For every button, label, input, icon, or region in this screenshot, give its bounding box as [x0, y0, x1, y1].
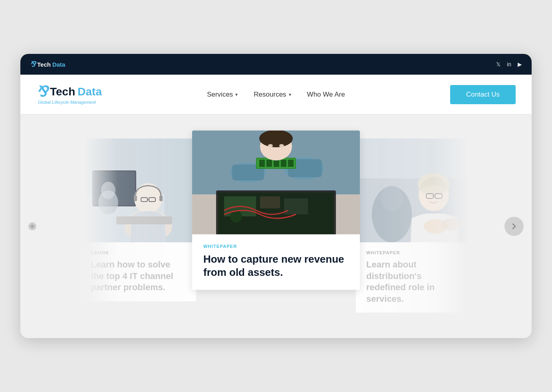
svg-rect-11	[159, 196, 163, 201]
svg-point-37	[279, 144, 284, 147]
repair-tech-svg	[192, 131, 360, 234]
svg-rect-31	[274, 160, 279, 167]
card-left-title: Learn how to solve the top 4 IT channel …	[91, 259, 186, 293]
social-icons: 𝕏 in ▶	[496, 61, 522, 67]
logo-tech-text: Tech	[37, 61, 51, 68]
carousel-arrow-left[interactable]	[28, 222, 36, 230]
logo-subtitle: Global Lifecycle Management	[38, 100, 96, 105]
card-right[interactable]: WHITEPAPER Learn about distribution's re…	[356, 139, 468, 313]
nav-item-who-we-are[interactable]: Who We Are	[307, 91, 345, 99]
support-person-svg	[84, 139, 192, 242]
logo-data-label: Data	[77, 85, 102, 98]
card-left-tag: EBOOK	[91, 250, 186, 255]
main-logo: ⅋ TechData Global Lifecycle Management	[36, 85, 102, 105]
topbar-logo: ⅋ TechData	[30, 60, 65, 69]
services-chevron-icon: ▾	[235, 92, 238, 97]
browser-frame: ⅋ TechData 𝕏 in ▶ ⅋ TechData Global Life…	[20, 54, 532, 338]
card-right-title: Learn about distribution's redefined rol…	[366, 259, 461, 305]
linkedin-icon[interactable]: in	[507, 61, 511, 67]
meeting-svg	[360, 139, 468, 242]
twitter-icon[interactable]: 𝕏	[496, 61, 500, 67]
resources-label: Resources	[254, 91, 286, 99]
card-right-tag: WHITEPAPER	[366, 250, 461, 255]
svg-point-41	[381, 186, 403, 211]
svg-rect-10	[134, 196, 137, 201]
logo-d-mark: ⅋	[30, 60, 36, 69]
main-logo-title: ⅋ TechData	[36, 85, 102, 99]
svg-rect-21	[284, 198, 308, 214]
card-left-body: EBOOK Learn how to solve the top 4 IT ch…	[84, 242, 192, 301]
nav-item-services[interactable]: Services ▾	[207, 91, 238, 99]
svg-point-35	[259, 131, 293, 147]
nav-links: Services ▾ Resources ▾ Who We Are	[207, 91, 345, 99]
services-label: Services	[207, 91, 233, 99]
svg-rect-32	[281, 160, 286, 167]
card-center[interactable]: WHITEPAPER How to capture new revenue fr…	[192, 131, 360, 290]
svg-point-0	[31, 225, 34, 228]
card-center-tag: WHITEPAPER	[203, 244, 349, 249]
svg-rect-29	[259, 160, 265, 167]
svg-point-48	[442, 218, 462, 230]
contact-us-button[interactable]: Contact Us	[450, 85, 516, 104]
svg-point-6	[134, 183, 162, 214]
nav-item-resources[interactable]: Resources ▾	[254, 91, 291, 99]
svg-rect-12	[116, 216, 172, 224]
card-right-body: WHITEPAPER Learn about distribution's re…	[360, 242, 468, 313]
main-content: EBOOK Learn how to solve the top 4 IT ch…	[20, 115, 532, 338]
svg-rect-33	[288, 160, 294, 167]
who-we-are-label: Who We Are	[307, 91, 345, 99]
svg-point-14	[101, 182, 115, 199]
svg-rect-30	[266, 160, 272, 167]
resources-chevron-icon: ▾	[289, 92, 291, 97]
youtube-icon[interactable]: ▶	[518, 61, 522, 67]
carousel-arrow-right[interactable]	[504, 217, 524, 236]
logo-tech-label: Tech	[50, 85, 75, 98]
svg-point-36	[268, 144, 273, 147]
logo-d-icon: ⅋	[36, 85, 48, 99]
carousel-container: EBOOK Learn how to solve the top 4 IT ch…	[20, 139, 532, 313]
chevron-right-icon	[510, 222, 518, 230]
card-right-image	[360, 139, 468, 242]
card-left-image	[84, 139, 192, 242]
nav-area: ⅋ TechData Global Lifecycle Management S…	[20, 75, 532, 115]
card-center-title: How to capture new revenue from old asse…	[203, 253, 349, 279]
topbar-logo-text: ⅋ TechData	[30, 60, 65, 69]
logo-data-text: Data	[52, 61, 66, 68]
card-center-image	[192, 131, 360, 234]
top-bar: ⅋ TechData 𝕏 in ▶	[20, 54, 532, 75]
card-center-body: WHITEPAPER How to capture new revenue fr…	[192, 234, 360, 290]
svg-rect-20	[260, 196, 280, 208]
card-left[interactable]: EBOOK Learn how to solve the top 4 IT ch…	[84, 139, 196, 301]
